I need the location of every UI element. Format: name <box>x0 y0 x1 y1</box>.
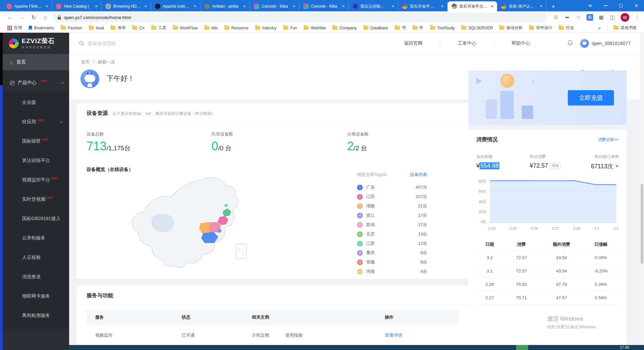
close-tab-icon[interactable] <box>390 4 395 9</box>
bookmark-item[interactable]: 发布 <box>108 24 128 32</box>
caret-down-icon[interactable] <box>615 165 619 167</box>
bookmark-item[interactable]: SQLSERVER <box>459 24 495 32</box>
bookmark-item[interactable]: Fun <box>281 24 300 32</box>
close-tab-icon[interactable] <box>341 4 346 9</box>
sidebar-item-id-verify[interactable]: 人证核验 <box>3 248 69 267</box>
help-center-link[interactable]: 帮助中心 <box>494 40 547 46</box>
close-tab-icon[interactable] <box>143 4 148 9</box>
recharge-now-button[interactable]: 立即充值 <box>568 90 614 106</box>
sidebar-item-enterprise[interactable]: 企业版 <box>3 93 69 112</box>
tab-console-kibana-2[interactable]: Console - Kiba <box>299 1 349 11</box>
bookmark-item[interactable]: 软件设计 <box>526 24 555 32</box>
sidebar-item-light-app[interactable]: 轻应用new <box>3 112 69 132</box>
sidebar-item-iot-card[interactable]: 物联网卡服务 <box>3 287 69 306</box>
ezviz-logo[interactable]: EZVIZ萤石 乐享安全智能生活 <box>3 33 69 54</box>
bookmarks-overflow-chevron[interactable]: » <box>595 24 604 32</box>
bookmark-item[interactable]: Industry <box>253 24 279 32</box>
close-tab-icon[interactable] <box>94 4 99 9</box>
bookmark-item[interactable]: DataBase <box>361 24 391 32</box>
close-tab-icon[interactable] <box>292 4 296 9</box>
translate-icon[interactable]: G <box>587 14 593 21</box>
tab-ezviz-open-active[interactable]: 萤石开放平台-接 <box>448 1 497 11</box>
bookmark-item[interactable]: Fashion <box>58 24 85 32</box>
extensions-puzzle-icon[interactable]: ▦ <box>598 14 605 21</box>
bookmark-item[interactable]: 行业 <box>556 24 577 32</box>
username[interactable]: open_3581616077 <box>592 41 631 46</box>
search-input[interactable] <box>88 41 201 46</box>
bookmark-item[interactable]: local <box>86 24 107 32</box>
bookmark-star-icon[interactable]: ☆ <box>575 14 582 21</box>
notification-bell-icon[interactable] <box>568 40 573 47</box>
sidebar-item-algo-training[interactable]: 算法训练平台 <box>3 151 69 170</box>
sidebar-item-gb28181[interactable]: 国标GB28181接入 <box>3 209 69 228</box>
address-bar[interactable]: open.ys7.com/console/home.html <box>53 13 547 22</box>
bookmark-item[interactable]: C# <box>130 24 147 32</box>
bookmark-item[interactable]: 书 <box>392 24 409 32</box>
sidebar-item-rtc[interactable]: 实时音视频new <box>3 190 69 209</box>
maximize-button[interactable] <box>613 0 629 11</box>
bookmark-item[interactable]: k8s <box>202 24 220 32</box>
bookmark-apps[interactable]: 应用 <box>5 24 25 32</box>
bookmark-item[interactable]: Company <box>330 24 359 32</box>
bookmark-item[interactable]: 工具 <box>149 24 169 32</box>
home-icon[interactable]: ⌂ <box>41 13 49 22</box>
page-scrollbar[interactable] <box>640 33 644 345</box>
minimize-button[interactable] <box>598 0 613 11</box>
close-tab-icon[interactable] <box>539 4 543 9</box>
bookmark-item[interactable]: Resource <box>222 24 251 32</box>
refresh-icon[interactable]: ↻ <box>29 13 38 22</box>
tab-console-kibana-1[interactable]: Console - Kiba <box>250 1 299 11</box>
sidebar-item-leave-detect[interactable]: 离岗检测服务 <box>3 306 69 325</box>
bookmark-item[interactable]: WebSite <box>301 24 328 32</box>
search-bar[interactable] <box>79 41 219 46</box>
detail-tag-button[interactable]: 明细 <box>550 163 561 169</box>
sidebar-item-cloud-record[interactable]: 云录制服务 <box>3 228 69 248</box>
tab-apache-iceberg[interactable]: Apache Iceberg <box>151 1 200 11</box>
sidebar-item-message-push[interactable]: 消息推送 <box>3 267 69 287</box>
new-tab-button[interactable] <box>548 2 558 11</box>
user-guide-link[interactable]: 使用指南 <box>285 332 303 338</box>
sidebar-item-gb-cascade[interactable]: 国标级联new <box>3 132 69 151</box>
bookmark-item[interactable]: 学 <box>410 24 426 32</box>
close-tab-icon[interactable] <box>193 4 197 9</box>
tab-ezviz-open-1[interactable]: 萤石开放平台-开 <box>398 1 448 11</box>
share-icon[interactable]: ➥ <box>564 14 571 21</box>
official-site-link[interactable]: 返回官网 <box>386 40 440 46</box>
close-window-button[interactable] <box>629 0 644 11</box>
close-tab-icon[interactable] <box>242 4 247 9</box>
bookmark-item[interactable]: WorkFlow <box>170 24 200 32</box>
intro-doc-link[interactable]: 介绍文档 <box>252 332 269 338</box>
password-key-icon[interactable]: ⚿ <box>552 14 559 21</box>
bookmark-item[interactable]: ToolStudy <box>428 24 458 32</box>
close-tab-icon[interactable] <box>440 4 445 9</box>
tab-browsing-hdfs[interactable]: Browsing HDFS <box>102 1 151 11</box>
other-bookmarks[interactable]: 其他书签 <box>611 24 639 32</box>
browser-menu-icon[interactable]: ⋮ <box>634 14 641 21</box>
bookmark-item[interactable]: Bookmarks <box>26 24 57 32</box>
close-tab-icon[interactable] <box>44 4 49 9</box>
scrollbar-thumb[interactable] <box>641 184 643 264</box>
view-details-link[interactable]: 查看详情 <box>375 332 402 338</box>
close-tab-icon[interactable] <box>490 4 494 9</box>
breadcrumb-home[interactable]: 首页 <box>81 59 90 65</box>
back-icon[interactable]: ← <box>6 13 14 22</box>
consumption-records-link[interactable]: 消费记录>> <box>598 137 619 143</box>
tab-ys-console[interactable]: 萤石云控制台_E <box>349 1 398 11</box>
side-panel-icon[interactable]: ◫ <box>609 14 616 21</box>
forward-icon[interactable]: → <box>18 13 26 22</box>
sidebar-item-home[interactable]: ⌂ 首页 <box>3 54 69 70</box>
device-list-link[interactable]: 设备列表 <box>410 172 427 178</box>
bookmark-item[interactable]: 振动分析 <box>497 24 525 32</box>
sidebar-item-product-center[interactable]: 产品中心 new <box>3 75 69 91</box>
toolbar-right-icons: ⚿ ➥ ☆ G ▦ ◫ W ⋮ <box>552 13 641 22</box>
profile-avatar[interactable]: W <box>621 13 629 22</box>
tab-ambari[interactable]: Ambari - amba <box>200 1 250 11</box>
tab-search-chevron-icon[interactable] <box>583 0 598 11</box>
tab-login-auth[interactable]: 登录-用户认证中 <box>497 1 546 11</box>
sidebar-item-video-platform[interactable]: 视频监控平台new <box>3 170 69 190</box>
china-map[interactable] <box>113 173 280 274</box>
tab-hive-catalog[interactable]: Hive Catalog | <box>52 1 102 11</box>
user-avatar[interactable] <box>580 39 589 48</box>
workorder-center-link[interactable]: 工单中心 <box>440 40 494 46</box>
tab-apache-flink[interactable]: Apache Flink W <box>3 1 52 11</box>
